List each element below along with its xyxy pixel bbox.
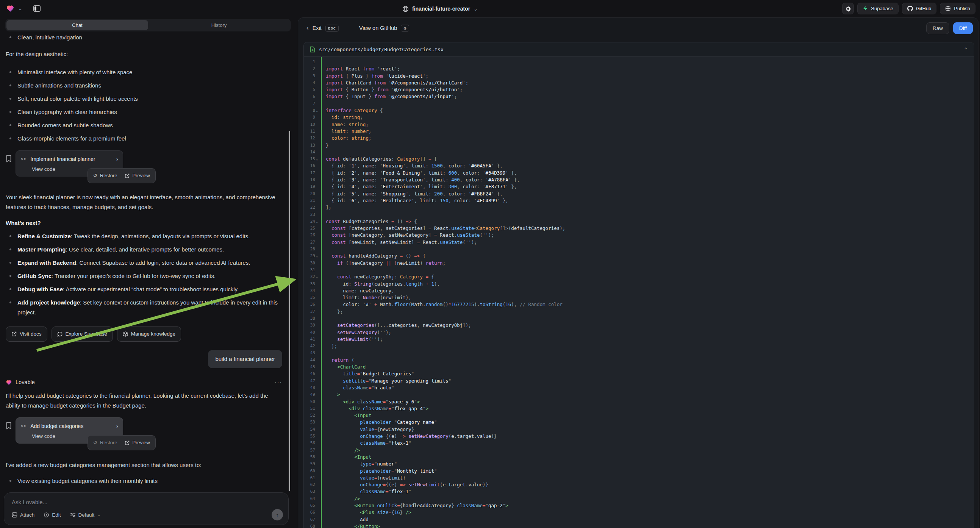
project-switcher[interactable]: financial-future-creator ⌄ [402,0,478,17]
line-number: 49 [304,391,315,398]
bookmark-icon[interactable] [6,155,12,162]
version-card-row: <> Add budget categories › View code ↺Re… [6,417,282,444]
line-number: 10 [304,121,315,128]
lovable-logo[interactable] [6,5,14,12]
chevron-down-icon[interactable]: ⌄ [18,6,22,11]
list-item: Add new budget categories with custom li… [6,489,282,490]
doc-buttons-row: Visit docsExplore SupabaseManage knowled… [6,326,282,342]
globe-icon [402,6,409,12]
code-line: 12 color: string; [304,135,974,142]
list-item: Debug with Ease: Activate our experiment… [6,285,282,294]
code-line: 58 <Input [304,454,974,461]
chat-input[interactable]: Ask Lovable... [12,499,282,505]
code-line: 53 placeholder="Category name" [304,419,974,426]
publish-button[interactable]: Publish [940,3,975,14]
supabase-label: Supabase [871,6,893,11]
message-menu-button[interactable]: ··· [275,377,282,387]
code-line: 16 { id: '1', name: 'Housing', limit: 15… [304,162,974,169]
supabase-button[interactable]: Supabase [857,3,899,14]
code-line: 18 { id: '3', name: 'Transportation', li… [304,177,974,183]
preview-button[interactable]: Preview [125,171,150,181]
visit-docs-button[interactable]: Visit docs [6,326,47,342]
model-select[interactable]: Default ⌄ [70,512,101,518]
whats-next-heading: What's next? [6,218,282,228]
manage-knowledge-button[interactable]: Manage knowledge [117,326,181,342]
file-header[interactable]: src/components/budget/BudgetCategories.t… [304,43,974,57]
bookmark-icon[interactable] [6,422,12,429]
line-number: 50 [304,398,315,405]
line-number: 2 [304,65,315,72]
fold-chevron-icon[interactable]: ⌄ [316,218,320,225]
tab-chat[interactable]: Chat [6,20,148,30]
settings-button[interactable] [842,3,854,14]
line-number: 8 [304,107,315,114]
list-item: Soft, neutral color palette with light b… [6,94,282,104]
chevron-right-icon[interactable]: › [116,154,118,164]
panel-toggle-icon [33,5,41,12]
preview-button[interactable]: Preview [125,438,150,448]
line-number: 55 [304,433,315,440]
github-button[interactable]: GitHub [902,3,936,14]
attach-button[interactable]: Attach [12,512,35,518]
composer: Ask Lovable... Attach Edit [4,492,289,525]
edit-button[interactable]: Edit [44,512,60,518]
view-on-github-button[interactable]: View on GitHub G [359,25,409,32]
code-line: 20 { id: '5', name: 'Shopping', limit: 2… [304,191,974,197]
chevron-right-icon[interactable]: › [116,421,118,431]
line-number: 44 [304,357,315,364]
line-number: 66 [304,509,315,516]
explore-supabase-button[interactable]: Explore Supabase [51,326,113,342]
code-line: 57 /> [304,447,974,454]
code-line: 65 <Button onClick={handleAddCategory} c… [304,502,974,509]
line-number: 28 [304,246,315,253]
collapse-chevron-icon[interactable]: ⌃ [964,46,968,52]
knowledge-cube-icon [123,331,128,337]
line-number: 9 [304,114,315,121]
fold-chevron-icon[interactable]: ⌄ [316,274,320,280]
code-line: 17 { id: '2', name: 'Food & Dining', lim… [304,170,974,177]
line-number: 36 [304,301,315,308]
exit-button[interactable]: ‹ Exit ESC [307,24,339,32]
line-number: 19 [304,183,315,190]
diff-button[interactable]: Diff [953,22,973,34]
line-number: 26 [304,232,315,239]
attach-image-icon [12,512,18,518]
restore-button[interactable]: ↺Restore [93,438,117,448]
code-line: 45 <ChartCard [304,364,974,371]
restore-button[interactable]: ↺Restore [93,171,117,181]
list-item: Refine & Customize: Tweak the design, an… [6,231,282,241]
send-button[interactable]: ↑ [272,509,283,520]
code-toolbar: ‹ Exit ESC View on GitHub G Raw Diff [298,18,978,38]
code-line: 37 }; [304,308,974,315]
line-number: 1 [304,59,315,65]
line-number: 38 [304,315,315,322]
line-number: 34 [304,288,315,294]
code-line: 34 name: newCategory, [304,288,974,294]
fold-chevron-icon[interactable]: ⌄ [316,253,320,259]
code-line: 27 const [newLimit, setNewLimit] = React… [304,239,974,246]
line-number: 64 [304,495,315,502]
line-number: 47 [304,378,315,385]
line-number: 62 [304,482,315,488]
code-line: 68 </Button> [304,523,974,528]
fold-chevron-icon[interactable]: ⌄ [316,156,320,162]
code-line: 13} [304,142,974,149]
supabase-icon [862,6,868,11]
code-line: 8⌄interface Category { [304,107,974,114]
code-line: 48 className="h-auto" [304,385,974,391]
code-line: 4import ChartCard from '@/components/ui/… [304,80,974,86]
code-line: 54 value={newCategory} [304,426,974,433]
code-line: 39 setCategories([...categories, newCate… [304,322,974,329]
version-card-title: Add budget categories [30,421,83,431]
code-line: 62 onChange={(e) => setNewLimit(e.target… [304,482,974,488]
list-item: Clean typography with clear hierarchies [6,107,282,117]
line-number: 25 [304,225,315,232]
raw-button[interactable]: Raw [926,22,949,34]
fold-chevron-icon[interactable]: ⌄ [316,107,320,114]
tab-history[interactable]: History [148,20,290,30]
sidebar-toggle-button[interactable] [32,3,43,14]
chat-scrollbar[interactable] [289,131,290,491]
code-line: 51 <div className="flex gap-4"> [304,405,974,412]
external-link-icon [11,331,17,337]
code-line: 15⌄const defaultCategories: Category[] =… [304,156,974,162]
